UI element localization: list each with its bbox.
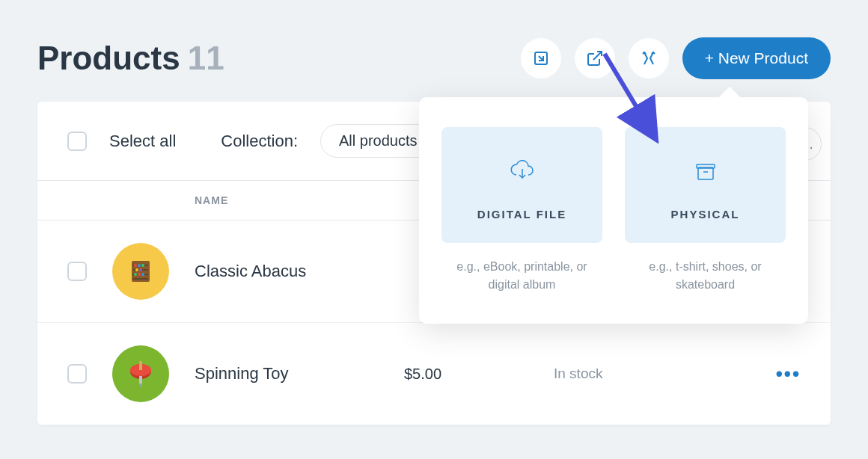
digital-title: DIGITAL FILE (477, 208, 566, 221)
physical-card: PHYSICAL (625, 127, 786, 243)
new-product-button[interactable]: + New Product (682, 37, 831, 79)
digital-desc: e.g., eBook, printable, or digital album (441, 258, 602, 294)
column-name: NAME (195, 194, 228, 206)
product-thumbnail (112, 243, 169, 300)
shuffle-button[interactable] (629, 38, 669, 78)
new-product-popover: DIGITAL FILE e.g., eBook, printable, or … (419, 97, 808, 324)
export-button[interactable] (575, 38, 615, 78)
svg-point-11 (139, 268, 142, 271)
svg-rect-18 (139, 376, 142, 383)
digital-card: DIGITAL FILE (441, 127, 602, 243)
svg-line-1 (593, 52, 602, 60)
box-icon (691, 157, 721, 190)
import-icon (532, 49, 550, 67)
product-name: Classic Abacus (195, 262, 404, 281)
import-button[interactable] (521, 38, 561, 78)
svg-point-8 (138, 264, 141, 267)
table-row[interactable]: Spinning Toy $5.00 In stock ••• (37, 323, 831, 425)
spinning-top-icon (122, 355, 159, 392)
product-count: 11 (188, 40, 224, 77)
row-checkbox[interactable] (67, 262, 87, 281)
shuffle-icon (640, 49, 658, 67)
cloud-download-icon (507, 157, 537, 190)
collection-label: Collection: (221, 132, 298, 151)
physical-desc: e.g., t-shirt, shoes, or skateboard (625, 258, 786, 294)
svg-point-12 (134, 273, 137, 276)
new-product-label: + New Product (705, 49, 808, 67)
product-stock: In stock (554, 366, 776, 382)
collection-value: All products (339, 132, 418, 149)
product-thumbnail (112, 345, 169, 402)
abacus-icon (126, 256, 156, 286)
svg-rect-20 (698, 167, 713, 179)
product-price: $5.00 (404, 366, 554, 383)
product-name: Spinning Toy (195, 364, 404, 383)
svg-rect-17 (139, 361, 142, 370)
page-header: Products 11 + New Product (0, 0, 868, 102)
page-title-wrap: Products 11 (37, 40, 224, 77)
external-link-icon (586, 49, 604, 67)
svg-point-9 (141, 264, 144, 267)
row-checkbox[interactable] (67, 364, 87, 383)
header-actions: + New Product (521, 37, 831, 79)
select-all-label[interactable]: Select all (109, 132, 176, 151)
svg-point-13 (138, 273, 141, 276)
physical-title: PHYSICAL (671, 208, 740, 221)
physical-option[interactable]: PHYSICAL e.g., t-shirt, shoes, or skateb… (625, 127, 786, 294)
svg-rect-21 (697, 164, 715, 168)
svg-marker-19 (139, 383, 142, 388)
page-title: Products (37, 40, 180, 77)
svg-point-10 (135, 268, 138, 271)
svg-point-14 (141, 273, 144, 276)
row-menu-button[interactable]: ••• (776, 363, 801, 386)
svg-point-7 (134, 264, 137, 267)
digital-file-option[interactable]: DIGITAL FILE e.g., eBook, printable, or … (441, 127, 602, 294)
select-all-checkbox[interactable] (67, 132, 87, 151)
